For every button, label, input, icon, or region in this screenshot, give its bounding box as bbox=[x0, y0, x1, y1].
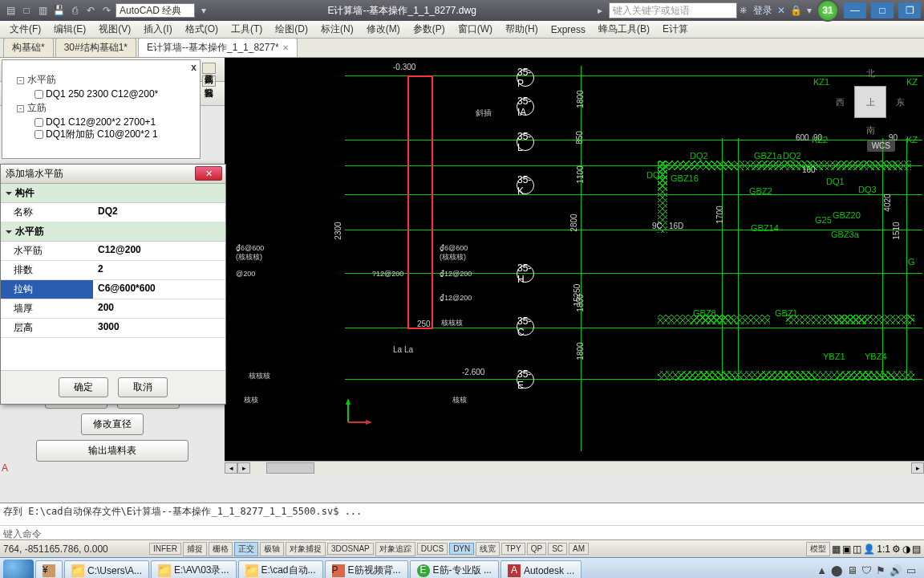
menu-tools[interactable]: 工具(T) bbox=[225, 22, 269, 36]
prop-row-selected[interactable]: 拉钩C6@600*600 bbox=[1, 280, 225, 299]
close-icon[interactable]: ✕ bbox=[282, 43, 289, 52]
status-toggle[interactable]: TPY bbox=[501, 543, 525, 555]
status-toggle[interactable]: 正交 bbox=[234, 542, 258, 556]
collapse-icon[interactable]: - bbox=[17, 77, 24, 84]
status-icon[interactable]: ◑ bbox=[902, 543, 910, 555]
status-icon[interactable]: ▦ bbox=[832, 543, 841, 555]
command-area[interactable]: 存到 E:\cad自动保存文件\E计算墙--基本操作_1_1_8277_1_1_… bbox=[0, 503, 924, 539]
status-toggle[interactable]: QP bbox=[527, 543, 546, 555]
tray-icon[interactable]: ▲ bbox=[817, 564, 827, 576]
tree-item[interactable]: DQ1 C12@200*2 2700+1 bbox=[2, 116, 200, 128]
status-toggle[interactable]: 对象捕捉 bbox=[286, 542, 326, 556]
status-toggle[interactable]: 捕捉 bbox=[183, 542, 207, 556]
menu-file[interactable]: 文件(F) bbox=[3, 22, 47, 36]
tree-checkbox[interactable] bbox=[34, 130, 43, 139]
vtab-1[interactable]: 钢筋工具 bbox=[202, 63, 216, 74]
status-toggle[interactable]: 栅格 bbox=[209, 542, 233, 556]
section-header[interactable]: 水平筋 bbox=[1, 222, 225, 242]
status-toggle[interactable]: 极轴 bbox=[260, 542, 284, 556]
menu-window[interactable]: 窗口(W) bbox=[452, 22, 499, 36]
lock-icon[interactable]: 🔒 bbox=[790, 5, 802, 16]
tray-icon[interactable]: ▭ bbox=[906, 564, 916, 576]
btn-export-table[interactable]: 输出墙料表 bbox=[36, 440, 188, 462]
tree-checkbox[interactable] bbox=[34, 118, 43, 127]
prop-row[interactable]: 名称DQ2 bbox=[1, 203, 225, 222]
prop-row[interactable]: 墙厚200 bbox=[1, 299, 225, 319]
scroll-end-icon[interactable]: ▸ bbox=[911, 462, 924, 474]
search-input[interactable]: 键入关键字或短语 bbox=[609, 2, 737, 18]
dialog-title-bar[interactable]: 添加墙水平筋 ✕ bbox=[1, 165, 225, 184]
h-scrollbar[interactable]: ◂ ▸ ▸ bbox=[225, 461, 924, 474]
scroll-thumb[interactable] bbox=[266, 462, 314, 474]
tray-icon[interactable]: ⚑ bbox=[876, 564, 886, 576]
doc-tab-1[interactable]: 构基础* bbox=[3, 38, 54, 57]
menu-ecalc[interactable]: E计算 bbox=[656, 22, 695, 36]
tree-item[interactable]: DQ1附加筋 C10@200*2 1 bbox=[2, 128, 200, 141]
login-link[interactable]: 登录 bbox=[753, 4, 772, 18]
new-icon[interactable]: □ bbox=[19, 3, 34, 18]
workspace-combo[interactable]: AutoCAD 经典 bbox=[116, 3, 195, 18]
vtab-2[interactable]: 其它编辑 bbox=[202, 75, 216, 87]
scroll-right-icon[interactable]: ▸ bbox=[237, 462, 250, 474]
status-icon[interactable]: ⚙ bbox=[892, 543, 901, 555]
menu-draw[interactable]: 绘图(D) bbox=[269, 22, 314, 36]
help-icon[interactable]: ▾ bbox=[807, 5, 812, 16]
menu-format[interactable]: 格式(O) bbox=[179, 22, 225, 36]
qat-more-icon[interactable]: ▾ bbox=[197, 3, 211, 18]
app-menu-icon[interactable]: ▤ bbox=[3, 3, 18, 18]
status-toggle[interactable]: 线宽 bbox=[476, 542, 500, 556]
prop-row[interactable]: 排数2 bbox=[1, 261, 225, 280]
tray-icon[interactable]: 🖥 bbox=[847, 564, 857, 576]
taskbar-item[interactable]: EE筋-专业版 ... bbox=[410, 560, 499, 579]
tray-icon[interactable]: ⬤ bbox=[831, 564, 843, 576]
print-icon[interactable]: ⎙ bbox=[67, 3, 82, 18]
menu-express[interactable]: Express bbox=[545, 24, 592, 35]
menu-param[interactable]: 参数(P) bbox=[407, 22, 452, 36]
section-header[interactable]: 构件 bbox=[1, 184, 225, 203]
redo-icon[interactable]: ↷ bbox=[99, 3, 114, 18]
tray-icon[interactable]: 🔊 bbox=[890, 564, 902, 576]
notification-badge[interactable]: 31 bbox=[817, 0, 839, 22]
tray-icon[interactable]: 🛡 bbox=[861, 564, 872, 576]
minimize-button[interactable]: ― bbox=[844, 2, 866, 18]
status-toggle[interactable]: DYN bbox=[449, 543, 474, 555]
status-icon[interactable]: ◫ bbox=[853, 543, 861, 555]
scroll-left-icon[interactable]: ◂ bbox=[225, 462, 237, 474]
exchange-icon[interactable]: ✕ bbox=[777, 5, 785, 16]
menu-edit[interactable]: 编辑(E) bbox=[47, 22, 92, 36]
taskbar-item[interactable]: 📁C:\Users\A... bbox=[64, 560, 149, 579]
chevron-right-icon[interactable]: ▸ bbox=[593, 3, 607, 18]
system-tray[interactable]: ▲ ⬤ 🖥 🛡 ⚑ 🔊 ▭ bbox=[812, 564, 921, 576]
doc-tab-2[interactable]: 30#结构基础1* bbox=[55, 38, 136, 57]
menu-fengniao[interactable]: 蜂鸟工具(B) bbox=[592, 22, 656, 36]
tree-node[interactable]: -立筋 bbox=[2, 100, 200, 116]
status-toggle[interactable]: 对象追踪 bbox=[375, 542, 415, 556]
prop-row[interactable]: 水平筋C12@200 bbox=[1, 242, 225, 261]
menu-view[interactable]: 视图(V) bbox=[92, 22, 137, 36]
maximize-button[interactable]: □ bbox=[871, 2, 894, 18]
status-toggle[interactable]: AM bbox=[569, 543, 589, 555]
start-button[interactable] bbox=[3, 560, 34, 579]
scale-label[interactable]: 1:1 bbox=[877, 543, 890, 555]
dialog-close-button[interactable]: ✕ bbox=[195, 166, 222, 181]
status-toggle[interactable]: SC bbox=[548, 543, 567, 555]
tree-checkbox[interactable] bbox=[34, 90, 43, 99]
save-icon[interactable]: 💾 bbox=[51, 3, 66, 18]
model-button[interactable]: 模型 bbox=[806, 542, 830, 556]
prop-row[interactable]: 层高3000 bbox=[1, 319, 225, 338]
tree-item[interactable]: DQ1 250 2300 C12@200* bbox=[2, 88, 200, 100]
menu-insert[interactable]: 插入(I) bbox=[137, 22, 178, 36]
viewcube[interactable]: 北 南 东 西 上 bbox=[836, 67, 905, 136]
undo-icon[interactable]: ↶ bbox=[83, 3, 98, 18]
menu-dim[interactable]: 标注(N) bbox=[314, 22, 360, 36]
taskbar-item[interactable]: 📁E:\AV\03录... bbox=[151, 560, 236, 579]
status-icon[interactable]: ▤ bbox=[912, 543, 921, 555]
collapse-icon[interactable]: - bbox=[17, 105, 24, 112]
cancel-button[interactable]: 取消 bbox=[118, 377, 168, 397]
panel-close-icon[interactable]: x bbox=[191, 62, 197, 73]
drawing-canvas[interactable]: -0.300 -2.600 2300 2800 1800 850 1100 18… bbox=[225, 58, 924, 474]
taskbar-item[interactable]: PE筋视频背... bbox=[325, 560, 408, 579]
signin-icon[interactable]: ⛯ bbox=[739, 5, 748, 16]
menu-modify[interactable]: 修改(M) bbox=[360, 22, 407, 36]
tree-node[interactable]: -水平筋 bbox=[2, 71, 200, 88]
